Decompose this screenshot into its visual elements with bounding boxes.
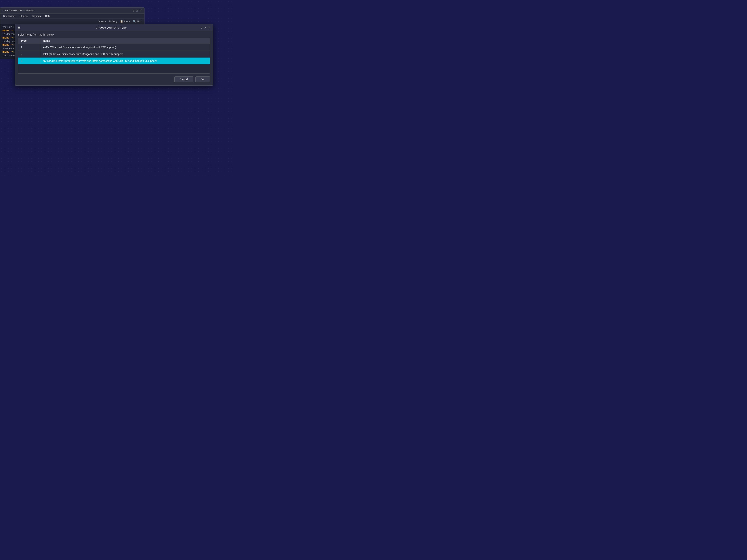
table-empty-row	[18, 64, 210, 73]
dialog-maximize-btn[interactable]: ∧	[204, 26, 206, 29]
view-chevron-icon: ∨	[104, 20, 106, 23]
terminal-maximize-btn[interactable]: ∧	[136, 9, 138, 12]
dialog-title: Choose your GPU Type	[22, 26, 201, 29]
find-icon: 🔍	[133, 20, 136, 23]
row-amd-type: 1	[18, 44, 41, 51]
dialog-icon: ▣	[18, 26, 20, 29]
row-intel-name: Intel (Will install Gamescope with Mango…	[41, 51, 210, 57]
terminal-title: - : sudo holoinstall — Konsole	[2, 9, 34, 12]
menu-settings[interactable]: Settings	[31, 14, 42, 18]
dialog-minimize-btn[interactable]: ∨	[201, 26, 203, 29]
menu-plugins[interactable]: Plugins	[19, 14, 28, 18]
col-header-type: Type	[18, 38, 41, 44]
paste-label: Paste	[124, 20, 130, 23]
terminal-close-btn[interactable]: ✕	[140, 9, 142, 12]
menu-help[interactable]: Help	[45, 14, 51, 18]
dialog-controls: ∨ ∧ ✕	[201, 26, 210, 29]
view-label: View	[98, 20, 104, 23]
dialog-subtitle: Select items from the list below.	[15, 31, 213, 37]
copy-button[interactable]: ⧉ Copy	[109, 20, 117, 23]
table-row-intel[interactable]: 2 Intel (Will install Gamescope with Man…	[18, 51, 210, 58]
cancel-button[interactable]: Cancel	[174, 77, 193, 82]
terminal-toolbar: View ∨ ⧉ Copy 📋 Paste 🔍 Find	[0, 19, 144, 24]
gpu-dialog: ▣ Choose your GPU Type ∨ ∧ ✕ Select item…	[15, 24, 213, 85]
row-nvidia-name: NVIDIA (Will install proprietary drivers…	[41, 58, 210, 64]
find-button[interactable]: 🔍 Find	[133, 20, 141, 23]
copy-icon: ⧉	[109, 20, 111, 23]
view-menu[interactable]: View ∨	[98, 20, 106, 23]
table-row-amd[interactable]: 1 AMD (Will install Gamescope with Mango…	[18, 44, 210, 51]
row-intel-type: 2	[18, 51, 41, 57]
terminal-text-gpu: rent GPU:	[2, 26, 15, 28]
table-row-nvidia[interactable]: 3 NVIDIA (Will install proprietary drive…	[18, 58, 210, 64]
terminal-minimize-btn[interactable]: ∨	[132, 9, 134, 12]
paste-icon: 📋	[120, 20, 123, 23]
dialog-titlebar: ▣ Choose your GPU Type ∨ ∧ ✕	[15, 24, 213, 31]
row-nvidia-type: 3	[18, 58, 41, 64]
find-label: Find	[137, 20, 141, 23]
col-header-name: Name	[41, 38, 210, 44]
dialog-close-btn[interactable]: ✕	[208, 26, 210, 29]
copy-label: Copy	[111, 20, 117, 23]
menu-bookmarks[interactable]: Bookmarks	[2, 14, 16, 18]
row-amd-name: AMD (Will install Gamescope with Mangohu…	[41, 44, 210, 51]
terminal-controls: ∨ ∧ ✕	[132, 9, 142, 12]
terminal-menubar: Bookmarks Plugins Settings Help	[0, 14, 144, 19]
terminal-titlebar: - : sudo holoinstall — Konsole ∨ ∧ ✕	[0, 7, 144, 14]
table-header: Type Name	[18, 38, 210, 44]
paste-button[interactable]: 📋 Paste	[120, 20, 130, 23]
gpu-type-table: Type Name 1 AMD (Will install Gamescope …	[18, 37, 210, 74]
dialog-buttons: Cancel OK	[15, 74, 213, 85]
ok-button[interactable]: OK	[196, 77, 210, 82]
